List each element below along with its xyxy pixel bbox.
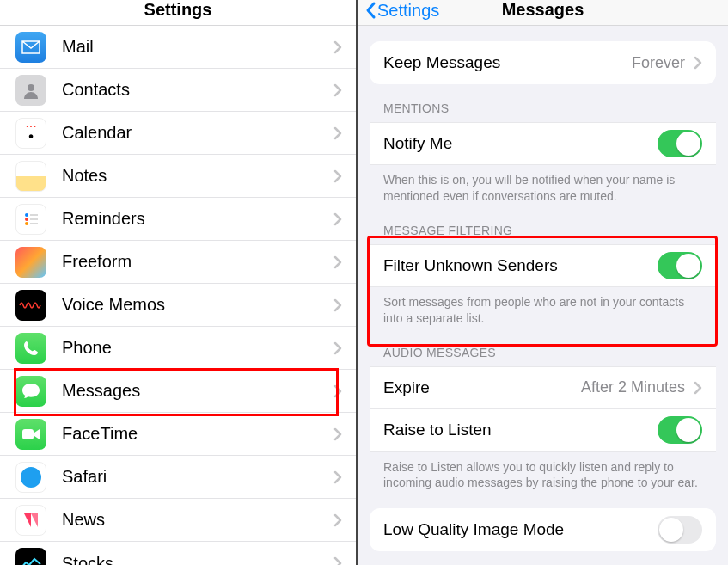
- facetime-icon: [15, 419, 46, 450]
- svg-point-8: [21, 467, 41, 488]
- reminders-icon: [15, 204, 46, 235]
- list-item-label: FaceTime: [62, 424, 333, 444]
- list-item[interactable]: FaceTime: [0, 413, 356, 456]
- mail-icon: [15, 32, 46, 63]
- list-item-label: Notes: [62, 166, 333, 186]
- expire-cell[interactable]: Expire After 2 Minutes: [370, 366, 716, 409]
- list-item[interactable]: Messages: [0, 370, 356, 413]
- phone-icon: [15, 333, 46, 364]
- chevron-right-icon: [333, 341, 342, 355]
- list-item-label: Freeform: [62, 252, 333, 272]
- filtering-footer: Sort messages from people who are not in…: [358, 287, 728, 329]
- svg-rect-7: [22, 429, 34, 439]
- audio-header: AUDIO MESSAGES: [358, 339, 728, 366]
- list-item-label: Reminders: [62, 209, 333, 229]
- list-item[interactable]: Phone: [0, 327, 356, 370]
- chevron-right-icon: [333, 298, 342, 312]
- stocks-icon: [15, 548, 46, 565]
- notify-me-cell[interactable]: Notify Me: [370, 122, 716, 165]
- svg-point-1: [25, 213, 28, 217]
- news-icon: [15, 505, 46, 536]
- chevron-right-icon: [333, 83, 342, 97]
- raise-listen-label: Raise to Listen: [383, 421, 658, 439]
- list-item[interactable]: Reminders: [0, 198, 356, 241]
- filter-unknown-cell[interactable]: Filter Unknown Senders: [370, 244, 716, 287]
- filter-unknown-toggle[interactable]: [658, 252, 702, 279]
- right-header: Settings Messages: [358, 0, 728, 26]
- list-item-label: Calendar: [62, 123, 333, 143]
- list-item-label: Mail: [62, 37, 333, 57]
- notify-me-toggle[interactable]: [658, 130, 702, 157]
- chevron-right-icon: [694, 381, 702, 395]
- low-quality-cell[interactable]: Low Quality Image Mode: [370, 508, 716, 551]
- messages-settings-pane: Settings Messages Keep Messages Forever …: [358, 0, 728, 565]
- list-item[interactable]: Stocks: [0, 542, 356, 565]
- freeform-icon: [15, 247, 46, 278]
- left-header: Settings: [0, 0, 356, 26]
- list-item[interactable]: News: [0, 499, 356, 542]
- left-title: Settings: [144, 0, 212, 20]
- raise-listen-toggle[interactable]: [658, 416, 702, 444]
- chevron-right-icon: [333, 384, 342, 398]
- chevron-right-icon: [694, 56, 702, 70]
- notify-me-label: Notify Me: [383, 134, 658, 153]
- low-quality-label: Low Quality Image Mode: [383, 520, 658, 539]
- keep-messages-cell[interactable]: Keep Messages Forever: [370, 41, 716, 84]
- chevron-right-icon: [333, 470, 342, 484]
- back-label: Settings: [377, 1, 439, 21]
- list-item[interactable]: Contacts: [0, 69, 356, 112]
- audio-footer: Raise to Listen allows you to quickly li…: [358, 452, 728, 494]
- keep-messages-label: Keep Messages: [383, 53, 632, 72]
- chevron-right-icon: [333, 212, 342, 226]
- list-item[interactable]: Safari: [0, 456, 356, 499]
- svg-point-3: [25, 222, 28, 225]
- notes-icon: [15, 161, 46, 192]
- messages-settings-scroll[interactable]: Keep Messages Forever MENTIONS Notify Me…: [358, 26, 728, 565]
- list-item-label: Contacts: [62, 80, 333, 100]
- contacts-icon: [15, 75, 46, 106]
- expire-value: After 2 Minutes: [581, 378, 685, 396]
- chevron-right-icon: [333, 255, 342, 269]
- chevron-right-icon: [333, 427, 342, 441]
- list-item[interactable]: • • •• Calendar: [0, 112, 356, 155]
- settings-list[interactable]: Mail Contacts • • •• Calendar Notes Remi…: [0, 26, 356, 565]
- list-item-label: Safari: [62, 467, 333, 487]
- list-item[interactable]: Mail: [0, 26, 356, 69]
- messages-icon: [15, 376, 46, 407]
- low-quality-toggle[interactable]: [658, 516, 702, 544]
- keep-messages-group: Keep Messages Forever: [358, 41, 728, 84]
- mentions-footer: When this is on, you will be notified wh…: [358, 165, 728, 206]
- list-item-label: Messages: [62, 381, 333, 401]
- filtering-header: MESSAGE FILTERING: [358, 217, 728, 244]
- chevron-right-icon: [333, 513, 342, 527]
- list-item[interactable]: Notes: [0, 155, 356, 198]
- chevron-right-icon: [333, 169, 342, 183]
- list-item-label: Voice Memos: [62, 295, 333, 315]
- safari-icon: [15, 462, 46, 493]
- mentions-header: MENTIONS: [358, 95, 728, 122]
- audio-group: AUDIO MESSAGES Expire After 2 Minutes Ra…: [358, 339, 728, 494]
- svg-point-2: [25, 218, 28, 221]
- expire-label: Expire: [383, 378, 581, 397]
- settings-main-pane: Settings Mail Contacts • • •• Calendar N…: [0, 0, 358, 565]
- keep-messages-value: Forever: [632, 54, 685, 72]
- back-button[interactable]: Settings: [364, 0, 439, 21]
- list-item-label: Phone: [62, 338, 333, 358]
- list-item-label: News: [62, 510, 333, 530]
- list-item[interactable]: Freeform: [0, 241, 356, 284]
- lowquality-group: Low Quality Image Mode: [358, 508, 728, 551]
- chevron-left-icon: [364, 0, 378, 21]
- svg-point-0: [28, 84, 34, 91]
- list-item-label: Stocks: [62, 554, 333, 566]
- filtering-group: MESSAGE FILTERING Filter Unknown Senders…: [358, 217, 728, 329]
- raise-listen-cell[interactable]: Raise to Listen: [370, 409, 716, 452]
- chevron-right-icon: [333, 556, 342, 565]
- right-title: Messages: [502, 0, 584, 20]
- calendar-icon: • • ••: [15, 118, 46, 149]
- chevron-right-icon: [333, 126, 342, 140]
- voicememos-icon: [15, 290, 46, 321]
- list-item[interactable]: Voice Memos: [0, 284, 356, 327]
- mentions-group: MENTIONS Notify Me When this is on, you …: [358, 95, 728, 206]
- chevron-right-icon: [333, 40, 342, 54]
- filter-unknown-label: Filter Unknown Senders: [383, 256, 658, 275]
